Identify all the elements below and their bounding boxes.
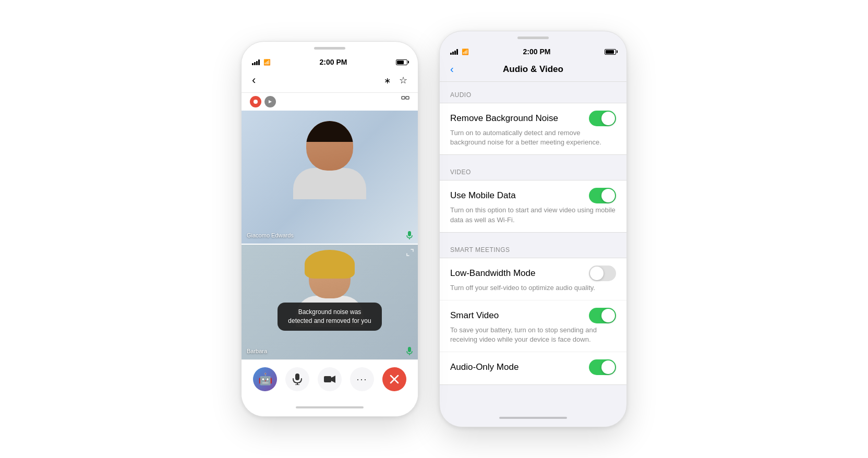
settings-item-use-mobile-data: Use Mobile Data Turn on this option to s…	[440, 180, 626, 232]
home-indicator-right	[499, 417, 567, 419]
bottom-video-person	[242, 245, 418, 359]
end-call-button[interactable]	[382, 367, 406, 391]
home-bar-right	[440, 409, 626, 427]
remove-bg-noise-label: Remove Background Noise	[450, 113, 558, 124]
settings-row-smart-video: Smart Video	[450, 308, 616, 323]
bluetooth-icon[interactable]: ∗	[384, 76, 391, 86]
svg-rect-2	[406, 97, 409, 99]
man-figure	[293, 121, 366, 199]
home-bar-left	[242, 399, 418, 416]
background-noise-tooltip: Background noise was detected and remove…	[278, 303, 382, 331]
low-bandwidth-description: Turn off your self-video to optimize aud…	[450, 283, 616, 293]
expand-icon-bottom[interactable]	[406, 249, 414, 258]
settings-row-low-bandwidth: Low-Bandwidth Mode	[450, 266, 616, 281]
toggle-knob-low-bandwidth	[590, 267, 604, 280]
svg-rect-5	[408, 347, 411, 352]
settings-item-smart-video: Smart Video To save your battery, turn o…	[440, 300, 626, 352]
signal-bars-right	[450, 49, 458, 55]
audio-only-toggle[interactable]	[589, 359, 616, 375]
remove-bg-noise-toggle[interactable]	[589, 111, 616, 126]
low-bandwidth-label: Low-Bandwidth Mode	[450, 268, 535, 279]
man-hair	[306, 121, 353, 142]
minimize-icon[interactable]	[401, 96, 409, 107]
svg-rect-10	[324, 376, 331, 382]
ai-assistant-button[interactable]: 🤖	[253, 367, 277, 391]
record-dot-red[interactable]	[250, 96, 261, 107]
mic-icon-top	[406, 231, 413, 239]
svg-rect-3	[408, 231, 411, 236]
signal-wifi-left: 📶	[252, 59, 271, 66]
name-tag-bottom: Barbara	[247, 347, 413, 355]
person-name-bottom: Barbara	[247, 348, 267, 354]
battery-fill-left	[397, 61, 404, 64]
use-mobile-data-toggle[interactable]	[589, 188, 616, 203]
wifi-icon-right: 📶	[462, 49, 469, 55]
mic-icon-bottom	[406, 347, 413, 355]
microphone-button[interactable]	[285, 367, 309, 391]
man-body	[293, 168, 366, 199]
right-phone: 📶 2:00 PM ‹ Audio & Video AUDIO Remove B…	[439, 31, 627, 427]
smart-meetings-settings-group: Low-Bandwidth Mode Turn off your self-vi…	[440, 258, 626, 385]
battery-fill-right	[606, 50, 614, 54]
svg-rect-1	[402, 97, 405, 99]
signal-wifi-right: 📶	[450, 49, 469, 55]
use-mobile-data-label: Use Mobile Data	[450, 190, 516, 201]
toggle-knob-use-mobile-data	[601, 189, 615, 202]
settings-nav-bar: ‹ Audio & Video	[440, 59, 626, 82]
top-video-person	[242, 111, 418, 244]
settings-content: AUDIO Remove Background Noise Turn on to…	[440, 82, 626, 409]
tooltip-text: Background noise was detected and remove…	[288, 308, 371, 324]
video-top: Giacomo Edwards	[242, 111, 418, 244]
audio-section-header: AUDIO	[440, 82, 626, 103]
status-time-right: 2:00 PM	[523, 47, 551, 56]
home-indicator-left	[296, 406, 364, 408]
name-tag-top: Giacomo Edwards	[247, 231, 413, 239]
woman-head	[309, 252, 351, 298]
svg-rect-7	[295, 373, 299, 380]
svg-point-0	[254, 100, 258, 104]
woman-hair	[305, 250, 355, 279]
toggle-knob-remove-bg-noise	[601, 112, 615, 125]
status-bar-right: 📶 2:00 PM	[440, 41, 626, 59]
smart-video-toggle[interactable]	[589, 308, 616, 323]
settings-item-remove-bg-noise: Remove Background Noise Turn on to autom…	[440, 103, 626, 154]
video-bottom: Barbara Background noise was detected an…	[242, 245, 418, 359]
record-dot-gray[interactable]	[264, 96, 276, 107]
low-bandwidth-toggle[interactable]	[589, 266, 616, 281]
wifi-icon-left: 📶	[263, 59, 271, 66]
left-phone: 📶 2:00 PM ‹ ∗ ☆	[241, 41, 418, 417]
smart-video-description: To save your battery, turn on to stop se…	[450, 326, 616, 344]
back-button-right[interactable]: ‹	[450, 63, 466, 75]
status-time-left: 2:00 PM	[320, 58, 347, 66]
settings-item-audio-only: Audio-Only Mode	[440, 352, 626, 384]
settings-title: Audio & Video	[466, 64, 600, 75]
toggle-knob-audio-only	[601, 360, 615, 374]
audio-only-label: Audio-Only Mode	[450, 362, 519, 372]
nav-icons-left: ∗ ☆	[384, 75, 407, 86]
video-settings-group: Use Mobile Data Turn on this option to s…	[440, 180, 626, 232]
battery-icon-left	[396, 59, 407, 65]
battery-icon-right	[605, 49, 616, 55]
smart-video-label: Smart Video	[450, 310, 499, 321]
status-bar-left: 📶 2:00 PM	[242, 52, 418, 69]
scene: 📶 2:00 PM ‹ ∗ ☆	[241, 31, 627, 427]
video-section-header: VIDEO	[440, 159, 626, 180]
person-name-top: Giacomo Edwards	[247, 232, 294, 238]
more-button[interactable]: ···	[350, 367, 374, 391]
settings-row-use-mobile-data: Use Mobile Data	[450, 188, 616, 203]
signal-bars-left	[252, 59, 260, 65]
phone-speaker-right	[517, 37, 549, 39]
remove-bg-noise-description: Turn on to automatically detect and remo…	[450, 128, 616, 147]
use-mobile-data-description: Turn on this option to start and view vi…	[450, 206, 616, 224]
audio-settings-group: Remove Background Noise Turn on to autom…	[440, 103, 626, 155]
contact-icon[interactable]: ☆	[399, 75, 407, 86]
action-bar: 🤖 ···	[242, 359, 418, 399]
camera-button[interactable]	[318, 367, 342, 391]
settings-row-remove-bg-noise: Remove Background Noise	[450, 111, 616, 126]
man-head	[306, 121, 353, 171]
nav-bar-left: ‹ ∗ ☆	[242, 69, 418, 93]
smart-meetings-section-header: SMART MEETINGS	[440, 237, 626, 258]
settings-item-low-bandwidth: Low-Bandwidth Mode Turn off your self-vi…	[440, 258, 626, 300]
recording-indicators	[242, 93, 418, 111]
back-button-left[interactable]: ‹	[252, 74, 256, 87]
